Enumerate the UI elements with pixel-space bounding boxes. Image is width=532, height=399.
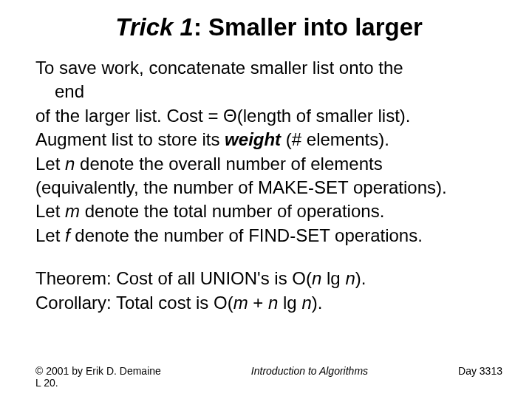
corol-c: lg xyxy=(278,293,301,313)
theorem-c: ). xyxy=(355,268,366,288)
para-4a: Let xyxy=(35,154,65,174)
para-7a: Let xyxy=(35,225,65,245)
para-2c: (length of smaller list). xyxy=(237,106,411,126)
var-f: f xyxy=(65,225,70,245)
copyright-text: © 2001 by Erik D. Demaine xyxy=(35,365,161,377)
theta-symbol: Θ xyxy=(223,106,237,126)
theorem-n2: n xyxy=(345,268,355,288)
corol-n2: n xyxy=(301,293,311,313)
para-3b: (# elements). xyxy=(281,129,389,149)
para-4b: denote the overall number of elements xyxy=(75,154,382,174)
slide: Trick 1: Smaller into larger To save wor… xyxy=(0,0,532,399)
para-2: of the larger list. Cost = Θ(length of s… xyxy=(35,104,502,128)
footer-right: Day 3313 xyxy=(458,365,502,377)
corol-n1: n xyxy=(268,293,278,313)
slide-title: Trick 1: Smaller into larger xyxy=(35,13,502,41)
para-5: (equivalently, the number of MAKE-SET op… xyxy=(35,176,502,200)
para-7: Let f denote the number of FIND-SET oper… xyxy=(35,224,502,248)
para-2a: of the larger list. Cost = xyxy=(35,106,223,126)
theorem-b: lg xyxy=(321,268,345,288)
slide-body: To save work, concatenate smaller list o… xyxy=(35,56,502,315)
para-1b: end xyxy=(35,80,502,103)
corol-b: + xyxy=(248,293,268,313)
theorem-line: Theorem: Cost of all UNION's is O(n lg n… xyxy=(35,267,502,290)
lecture-number: L 20. xyxy=(35,377,161,389)
footer-center: Introduction to Algorithms xyxy=(251,365,368,377)
var-m: m xyxy=(65,201,80,221)
corol-d: ). xyxy=(312,293,323,313)
para-7b: denote the number of FIND-SET operations… xyxy=(70,225,423,245)
corol-a: Corollary: Total cost is O( xyxy=(35,293,233,313)
para-6a: Let xyxy=(35,201,65,221)
weight-word: weight xyxy=(225,129,281,149)
corol-m: m xyxy=(233,293,248,313)
footer-left: © 2001 by Erik D. Demaine L 20. xyxy=(35,365,161,389)
para-3a: Augment list to store its xyxy=(35,129,225,149)
para-1a: To save work, concatenate smaller list o… xyxy=(35,56,502,80)
title-emph: Trick 1 xyxy=(115,13,194,41)
corollary-line: Corollary: Total cost is O(m + n lg n). xyxy=(35,291,502,315)
para-4: Let n denote the overall number of eleme… xyxy=(35,152,502,176)
theorem-n1: n xyxy=(312,268,321,288)
spacing xyxy=(35,248,502,267)
para-6: Let m denote the total number of operati… xyxy=(35,200,502,223)
theorem-a: Theorem: Cost of all UNION's is O( xyxy=(35,268,312,288)
var-n: n xyxy=(65,154,75,174)
para-6b: denote the total number of operations. xyxy=(80,201,384,221)
para-3: Augment list to store its weight (# elem… xyxy=(35,128,502,151)
title-rest: : Smaller into larger xyxy=(194,13,423,41)
footer: © 2001 by Erik D. Demaine L 20. Introduc… xyxy=(35,365,502,389)
